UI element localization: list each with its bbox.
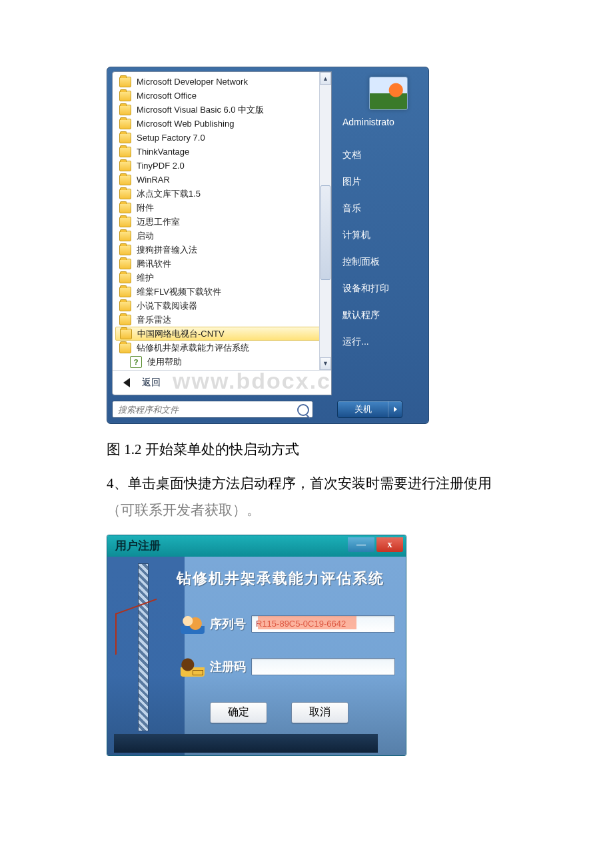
program-label: ThinkVantage xyxy=(137,147,189,157)
program-item[interactable]: Microsoft Web Publishing xyxy=(115,117,331,131)
right-item-music[interactable]: 音乐 xyxy=(340,195,424,222)
program-subitem-help[interactable]: ?使用帮助 xyxy=(115,355,331,369)
program-label: Microsoft Office xyxy=(137,91,197,101)
close-button[interactable]: x xyxy=(376,537,403,552)
right-item-pictures[interactable]: 图片 xyxy=(340,169,424,195)
shutdown-dropdown[interactable] xyxy=(388,401,402,417)
program-item[interactable]: WinRAR xyxy=(115,173,331,187)
folder-icon xyxy=(119,245,131,255)
start-menu-left-panel: Microsoft Developer Network Microsoft Of… xyxy=(112,71,332,395)
program-item[interactable]: 迈思工作室 xyxy=(115,215,331,229)
program-label: 钻修机井架承载能力评估系统 xyxy=(137,342,249,354)
key-icon xyxy=(181,657,205,677)
back-button[interactable]: 返回 www.bdocx.com xyxy=(113,370,331,395)
program-label: 中国网络电视台-CNTV xyxy=(137,328,225,340)
program-label: Microsoft Visual Basic 6.0 中文版 xyxy=(137,104,264,116)
cancel-button[interactable]: 取消 xyxy=(291,702,348,723)
help-icon: ? xyxy=(130,356,142,368)
folder-icon xyxy=(119,203,131,213)
program-label: 小说下载阅读器 xyxy=(137,300,197,312)
body-paragraph: 4、单击桌面快捷方法启动程序，首次安装时需要进行注册使用 （可联系开发者获取）。 xyxy=(107,471,526,524)
folder-icon xyxy=(119,301,131,311)
program-label: Microsoft Developer Network xyxy=(137,77,248,87)
user-avatar xyxy=(369,77,408,110)
program-item-expanded[interactable]: 钻修机井架承载能力评估系统 xyxy=(115,341,331,355)
user-name: Administrato xyxy=(342,117,424,127)
program-item[interactable]: ThinkVantage xyxy=(115,145,331,159)
folder-icon xyxy=(119,133,131,143)
folder-icon xyxy=(119,231,131,241)
right-item-run[interactable]: 运行... xyxy=(340,329,424,355)
program-item[interactable]: 小说下载阅读器 xyxy=(115,299,331,313)
start-menu-right-panel: Administrato 文档 图片 音乐 计算机 控制面板 设备和打印 默认程… xyxy=(332,71,424,395)
program-label: 维棠FLV视频下载软件 xyxy=(137,286,221,298)
program-item[interactable]: Microsoft Office xyxy=(115,89,331,103)
program-label: 音乐雷达 xyxy=(137,314,171,326)
folder-icon xyxy=(119,217,131,227)
program-item[interactable]: 启动 xyxy=(115,229,331,243)
search-input[interactable] xyxy=(112,401,313,418)
program-item[interactable]: TinyPDF 2.0 xyxy=(115,159,331,173)
code-label: 注册码 xyxy=(210,659,251,675)
folder-icon xyxy=(119,315,131,325)
program-item[interactable]: Microsoft Visual Basic 6.0 中文版 xyxy=(115,103,331,117)
scroll-up-icon[interactable]: ▲ xyxy=(320,72,331,85)
folder-icon xyxy=(119,77,131,87)
right-item-default-programs[interactable]: 默认程序 xyxy=(340,302,424,329)
program-label: 启动 xyxy=(137,230,154,242)
right-item-computer[interactable]: 计算机 xyxy=(340,222,424,249)
program-label: 维护 xyxy=(137,272,154,284)
right-item-documents[interactable]: 文档 xyxy=(340,142,424,169)
subitem-label: 使用帮助 xyxy=(147,356,182,368)
dialog-body: 钻修机井架承载能力评估系统 序列号 R115-89C5-0C19-6642 注册… xyxy=(107,557,406,755)
paragraph-lead: 4、单击桌面快捷方法启动程序，首次安装时需要进行注册使用 xyxy=(107,475,492,491)
program-item[interactable]: 维棠FLV视频下载软件 xyxy=(115,285,331,299)
program-item[interactable]: 附件 xyxy=(115,201,331,215)
serial-field[interactable]: R115-89C5-0C19-6642 xyxy=(251,615,395,633)
folder-icon xyxy=(119,343,131,353)
program-item[interactable]: 搜狗拼音输入法 xyxy=(115,243,331,257)
program-item[interactable]: 冰点文库下载1.5 xyxy=(115,187,331,201)
scrollbar[interactable]: ▲ ▼ xyxy=(319,72,331,370)
scroll-down-icon[interactable]: ▼ xyxy=(320,357,331,370)
program-item[interactable]: 维护 xyxy=(115,271,331,285)
shutdown-label: 关机 xyxy=(338,401,388,417)
program-label: TinyPDF 2.0 xyxy=(137,161,185,171)
search-field[interactable] xyxy=(112,401,313,418)
ok-button[interactable]: 确定 xyxy=(210,702,267,723)
folder-icon xyxy=(119,105,131,115)
serial-label: 序列号 xyxy=(210,616,251,632)
rig-illustration xyxy=(114,559,171,753)
program-item[interactable]: Microsoft Developer Network xyxy=(115,75,331,89)
program-label: 迈思工作室 xyxy=(137,216,180,228)
chevron-right-icon xyxy=(394,407,397,412)
paragraph-tail: （可联系开发者获取）。 xyxy=(107,502,261,518)
program-item[interactable]: 腾讯软件 xyxy=(115,257,331,271)
program-label: 搜狗拼音输入法 xyxy=(137,244,197,256)
right-item-control-panel[interactable]: 控制面板 xyxy=(340,249,424,275)
program-label: 腾讯软件 xyxy=(137,258,171,270)
program-item[interactable]: 音乐雷达 xyxy=(115,313,331,327)
shutdown-button[interactable]: 关机 xyxy=(337,401,402,418)
back-label: 返回 xyxy=(142,377,161,389)
program-item[interactable]: Setup Factory 7.0 xyxy=(115,131,331,145)
folder-icon xyxy=(119,147,131,157)
dialog-heading: 钻修机井架承载能力评估系统 xyxy=(177,569,384,589)
arrow-left-icon xyxy=(123,378,130,387)
scroll-thumb[interactable] xyxy=(320,185,330,280)
program-item-selected[interactable]: 中国网络电视台-CNTV xyxy=(115,327,330,341)
program-label: Setup Factory 7.0 xyxy=(137,133,205,143)
code-field[interactable] xyxy=(251,658,395,675)
folder-icon xyxy=(119,189,131,199)
right-item-devices[interactable]: 设备和打印 xyxy=(340,275,424,302)
dialog-title: 用户注册 xyxy=(115,538,161,553)
dialog-titlebar[interactable]: 用户注册 — x xyxy=(107,535,406,557)
folder-icon xyxy=(119,259,131,269)
folder-icon xyxy=(119,91,131,101)
search-icon xyxy=(297,404,309,416)
folder-icon xyxy=(119,273,131,283)
program-label: 冰点文库下载1.5 xyxy=(137,188,201,200)
minimize-button[interactable]: — xyxy=(348,537,374,552)
program-label: 附件 xyxy=(137,202,154,214)
watermark-text: www.bdocx.com xyxy=(173,368,332,394)
